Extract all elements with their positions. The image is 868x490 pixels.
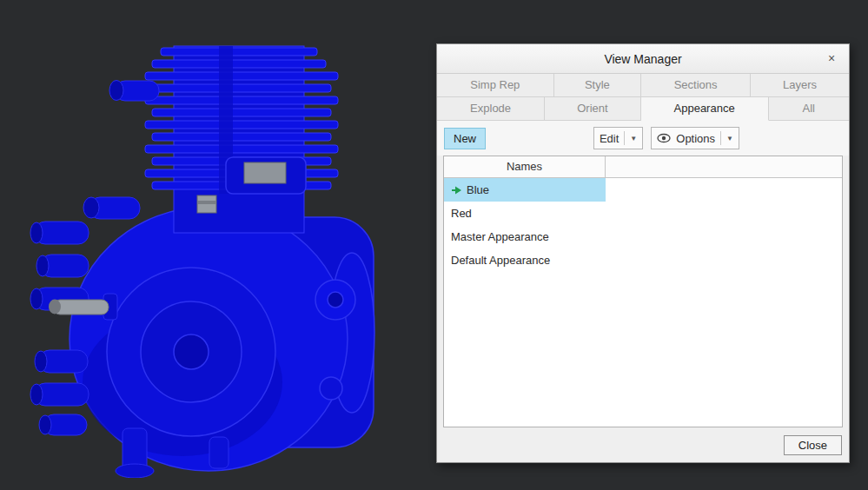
tab-row-1: Simp Rep Style Sections Layers: [437, 74, 849, 97]
appearance-row-master[interactable]: Master Appearance: [444, 225, 842, 248]
edit-label: Edit: [600, 132, 619, 145]
chevron-down-icon: ▼: [726, 135, 733, 142]
options-dropdown-button[interactable]: Options ▼: [651, 127, 739, 149]
new-button[interactable]: New: [444, 128, 486, 149]
appearance-row-blue[interactable]: Blue: [444, 178, 606, 202]
tab-explode[interactable]: Explode: [437, 97, 545, 121]
tab-row-2: Explode Orient Appearance All: [437, 97, 849, 121]
tab-style[interactable]: Style: [554, 74, 641, 97]
dialog-title: View Manager: [604, 52, 681, 66]
edit-dropdown-button[interactable]: Edit ▼: [593, 127, 643, 149]
close-icon[interactable]: ×: [823, 50, 840, 68]
appearance-row-default[interactable]: Default Appearance: [444, 248, 842, 272]
dialog-titlebar[interactable]: View Manager ×: [437, 44, 849, 74]
engine-model: [13, 13, 413, 478]
appearance-toolbar: New Edit ▼ Options ▼: [437, 121, 849, 156]
button-divider: [720, 131, 721, 145]
appearance-table: Names Blue Red Master Appearance: [443, 156, 843, 427]
tab-appearance[interactable]: Appearance: [641, 97, 769, 121]
appearance-name: Red: [451, 207, 472, 220]
chevron-down-icon: ▼: [630, 135, 637, 142]
table-header-row: Names: [444, 156, 842, 178]
appearance-row-red[interactable]: Red: [444, 202, 842, 225]
tab-sections[interactable]: Sections: [641, 74, 751, 97]
button-divider: [624, 131, 625, 145]
view-manager-dialog: View Manager × Simp Rep Style Sections L…: [436, 43, 850, 463]
options-label: Options: [676, 132, 715, 145]
tab-orient[interactable]: Orient: [545, 97, 640, 121]
close-button[interactable]: Close: [784, 435, 842, 455]
appearance-name: Blue: [467, 183, 489, 196]
appearance-name: Default Appearance: [451, 254, 550, 267]
appearance-name: Master Appearance: [451, 230, 549, 243]
dialog-footer: Close: [437, 427, 849, 462]
tab-layers[interactable]: Layers: [751, 74, 849, 97]
active-item-arrow-icon: [451, 185, 462, 195]
tab-simp-rep[interactable]: Simp Rep: [437, 74, 554, 97]
eye-icon: [657, 133, 671, 143]
tab-all[interactable]: All: [769, 97, 849, 121]
names-column-header: Names: [444, 156, 606, 177]
